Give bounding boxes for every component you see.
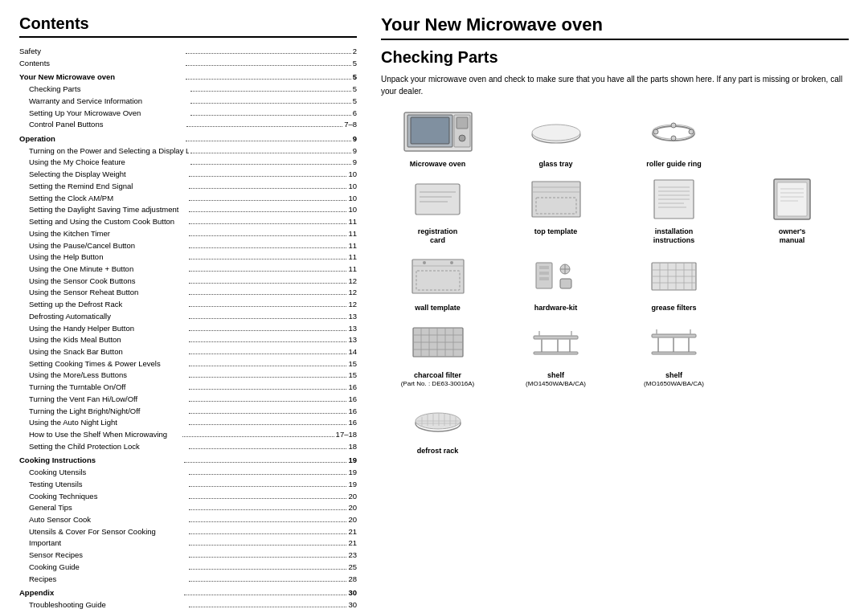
toc-label: Operation <box>19 133 184 145</box>
toc-page: 9 <box>353 133 357 145</box>
toc-label: Turning on the Power and Selecting a Dis… <box>29 145 189 157</box>
toc-label: Using the Sensor Cook Buttons <box>29 276 187 288</box>
toc-row: Cooking Utensils19 <box>19 467 357 479</box>
wall-template-image <box>381 252 494 300</box>
toc-row: Using the My Choice feature9 <box>19 157 357 169</box>
svg-rect-43 <box>539 277 549 280</box>
toc-row: Setting the Child Protection Lock18 <box>19 441 357 453</box>
top-template-image <box>499 176 612 224</box>
toc-page: 9 <box>353 157 357 169</box>
toc-dots <box>189 521 347 522</box>
microwave-oven-label: Microwave oven <box>410 160 466 170</box>
svg-rect-3 <box>457 117 468 129</box>
toc-row: Sensor Recipes23 <box>19 550 357 562</box>
page: Contents Safety2Contents5Your New Microw… <box>0 0 868 613</box>
toc-dots <box>189 509 347 510</box>
toc-dots <box>186 141 350 141</box>
shelf-mo1650-image <box>617 320 731 368</box>
toc-label: Testing Utensils <box>29 479 187 491</box>
section-title: Your New Microwave oven <box>381 14 849 40</box>
svg-rect-77 <box>652 352 696 354</box>
toc-label: Setting the Clock AM/PM <box>29 193 187 205</box>
svg-rect-70 <box>534 352 578 354</box>
toc-row: Turning on the Power and Selecting a Dis… <box>19 145 357 157</box>
part-installation-instructions: installationinstructions <box>617 176 731 246</box>
svg-point-10 <box>653 129 658 134</box>
toc-page: 17–18 <box>336 429 357 441</box>
svg-rect-14 <box>416 184 460 215</box>
toc-page: 20 <box>348 514 357 526</box>
svg-rect-73 <box>652 334 696 337</box>
svg-point-39 <box>450 261 453 264</box>
toc-dots <box>189 271 347 272</box>
toc-page: 10 <box>348 169 357 181</box>
toc-dots <box>189 569 347 570</box>
toc-label: Using the Pause/Cancel Button <box>29 240 187 252</box>
toc-dots <box>190 164 350 165</box>
toc-label: Setting the Remind End Signal <box>29 181 187 193</box>
grease-filters-image <box>617 252 731 300</box>
toc-dots <box>186 53 350 54</box>
toc-dots <box>189 545 347 546</box>
toc-label: Using the Help Button <box>29 251 187 264</box>
svg-rect-5 <box>411 117 449 144</box>
toc-dots <box>184 462 347 463</box>
toc-label: Sensor Recipes <box>29 550 187 562</box>
toc-label: Using the Sensor Reheat Button <box>29 287 187 299</box>
shelf-mo1650-label: shelf <box>665 371 682 381</box>
toc-page: 20 <box>348 491 357 503</box>
toc-row: Warranty and Service Information5 <box>19 96 357 108</box>
toc-dots <box>189 235 347 236</box>
toc-page: 9 <box>353 145 357 157</box>
part-empty-3 <box>735 320 849 389</box>
toc-page: 2 <box>353 46 357 58</box>
microwave-oven-image <box>381 108 494 157</box>
part-empty-2 <box>735 252 849 313</box>
charcoal-filter-sublabel: (Part No. : DE63-30016A) <box>401 380 475 388</box>
toc-row: Using the Kids Meal Button13 <box>19 334 357 346</box>
toc-page: 6 <box>353 108 357 120</box>
toc-row: Using the Sensor Reheat Button12 <box>19 287 357 299</box>
svg-point-38 <box>423 261 426 264</box>
part-registration-card: registrationcard <box>381 176 494 246</box>
toc-dots <box>189 377 347 378</box>
toc-page: 14 <box>348 346 357 358</box>
part-wall-template: wall template <box>381 252 494 313</box>
part-hardware-kit: hardware-kit <box>499 252 612 313</box>
toc-row: Auto Sensor Cook20 <box>19 514 357 526</box>
toc-row: Safety2 <box>19 46 357 58</box>
toc-label: Cooking Instructions <box>19 455 182 467</box>
toc-page: 11 <box>348 216 357 228</box>
svg-point-12 <box>689 129 694 134</box>
toc-dots <box>189 557 347 558</box>
toc-dots <box>189 498 347 499</box>
toc-dots <box>189 353 347 354</box>
toc-page: 15 <box>348 370 357 382</box>
toc-page: 5 <box>353 84 357 96</box>
toc-dots <box>189 306 347 307</box>
toc-row: Checking Parts5 <box>19 84 357 96</box>
toc-label: Cooking Techniques <box>29 491 187 503</box>
registration-card-image <box>381 176 494 224</box>
toc-label: Control Panel Buttons <box>29 119 185 131</box>
toc-label: Utensils & Cover For Sensor Cooking <box>29 526 187 538</box>
toc-page: 5 <box>353 96 357 108</box>
toc-dots <box>186 65 350 66</box>
toc-row: Important21 <box>19 537 357 550</box>
toc-dots <box>189 294 347 295</box>
toc-label: Using the Kids Meal Button <box>29 334 187 346</box>
toc-dots <box>190 153 350 153</box>
checking-parts-desc: Unpack your microwave oven and check to … <box>381 73 849 97</box>
toc-row: Using the Pause/Cancel Button11 <box>19 240 357 252</box>
parts-grid: Microwave oven glass tray <box>381 108 849 456</box>
toc-page: 11 <box>348 251 357 264</box>
toc-dots <box>189 366 347 366</box>
svg-point-4 <box>459 135 465 141</box>
toc-label: Important <box>29 537 187 550</box>
toc-label: Troubleshooting Guide <box>29 599 187 611</box>
toc-label: Auto Sensor Cook <box>29 514 187 526</box>
toc-row: Setting Cooking Times & Power Levels15 <box>19 358 357 370</box>
toc-label: Setting and Using the Custom Cook Button <box>29 216 187 228</box>
toc-dots <box>189 318 347 319</box>
toc-row: Setting the Daylight Saving Time adjustm… <box>19 204 357 216</box>
